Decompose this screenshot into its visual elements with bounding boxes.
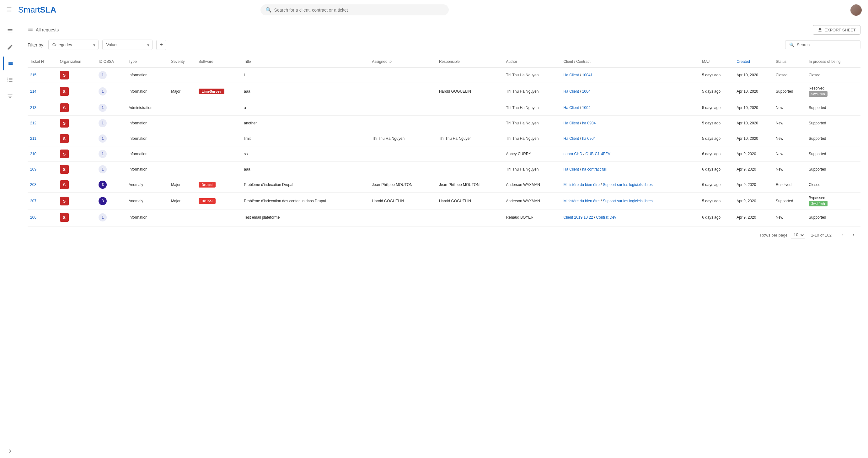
id-ossa-badge: 1	[98, 165, 107, 173]
rows-per-page: Rows per page: 10 25 50	[760, 231, 805, 238]
sidebar-item-edit[interactable]	[3, 40, 17, 54]
cell-severity	[168, 210, 196, 225]
cell-maj: 6 days ago	[700, 177, 734, 193]
col-ticket: Ticket N°	[28, 56, 57, 67]
cell-assigned-to	[369, 210, 436, 225]
contract-link[interactable]: ha 0904	[582, 121, 596, 125]
sidebar-item-expand[interactable]	[3, 444, 17, 458]
client-link[interactable]: Ha Client	[564, 167, 579, 172]
cell-org: S	[57, 67, 96, 83]
cell-software	[196, 146, 242, 162]
client-link[interactable]: Ha Client	[564, 106, 579, 110]
col-org: Organization	[57, 56, 96, 67]
contract-link[interactable]: 1004	[582, 106, 591, 110]
cell-client-contract: Ha Client / ha 0904	[561, 116, 700, 131]
ticket-link[interactable]: 215	[30, 73, 36, 77]
contract-link[interactable]: Support sur les logiciels libres	[603, 182, 653, 187]
ticket-link[interactable]: 207	[30, 199, 36, 203]
contract-link[interactable]: 1004	[582, 89, 591, 94]
cell-assigned-to	[369, 100, 436, 116]
table-row: 212S1InformationanotherThi Thu Ha Nguyen…	[28, 116, 861, 131]
sidebar-item-list[interactable]	[3, 57, 17, 70]
client-link[interactable]: Ministère du bien être	[564, 199, 600, 203]
cell-ticket: 209	[28, 162, 57, 177]
cell-status: Supported	[773, 193, 806, 210]
cell-title: Problème d'indexation des contenus dans …	[241, 193, 369, 210]
client-link[interactable]: Client 2019 10 22	[564, 215, 593, 220]
cell-software	[196, 116, 242, 131]
cell-client-contract: Ministère du bien être / Support sur les…	[561, 177, 700, 193]
export-button[interactable]: EXPORT SHEET	[813, 25, 861, 34]
ticket-link[interactable]: 214	[30, 89, 36, 94]
contract-link[interactable]: ha contract full	[582, 167, 607, 172]
cell-severity	[168, 146, 196, 162]
col-created[interactable]: Created ↑	[734, 56, 773, 67]
client-link[interactable]: Ha Client	[564, 73, 579, 77]
cell-client-contract: Ha Client / 1004	[561, 100, 700, 116]
next-page-button[interactable]: ›	[849, 231, 858, 239]
values-select[interactable]: Values	[102, 39, 153, 50]
ticket-link[interactable]: 212	[30, 121, 36, 125]
cell-maj: 5 days ago	[700, 100, 734, 116]
prev-page-button[interactable]: ‹	[838, 231, 847, 239]
col-title: Title	[241, 56, 369, 67]
contract-link[interactable]: Support sur les logiciels libres	[603, 199, 653, 203]
page-nav: ‹ ›	[838, 231, 858, 239]
cell-id-ossa: 1	[96, 131, 126, 146]
client-link[interactable]: Ha Client	[564, 89, 579, 94]
rows-per-page-select[interactable]: 10 25 50	[791, 231, 805, 238]
menu-icon[interactable]: ☰	[6, 6, 12, 14]
client-link[interactable]: oubra CHD	[564, 152, 583, 156]
ticket-link[interactable]: 211	[30, 136, 36, 141]
contract-link[interactable]: 10041	[582, 73, 592, 77]
contract-link[interactable]: OUB-C1-4FEV	[586, 152, 610, 156]
client-link[interactable]: Ha Client	[564, 121, 579, 125]
cell-org: S	[57, 193, 96, 210]
ticket-link[interactable]: 210	[30, 152, 36, 156]
cell-org: S	[57, 177, 96, 193]
contract-link[interactable]: Contrat Dev	[596, 215, 616, 220]
software-badge: Drupal	[199, 198, 216, 204]
cell-org: S	[57, 100, 96, 116]
cell-assigned-to	[369, 83, 436, 100]
org-badge: S	[60, 180, 69, 189]
id-ossa-badge: 3	[98, 181, 107, 189]
table-search-input[interactable]	[797, 42, 857, 47]
table-search-bar[interactable]: 🔍	[785, 40, 861, 49]
table-row: 211S1InformationlimitThi Thu Ha NguyenTh…	[28, 131, 861, 146]
contract-link[interactable]: ha 0904	[582, 136, 596, 141]
categories-select[interactable]: Categories	[48, 39, 98, 50]
content-header: All requests EXPORT SHEET	[28, 25, 861, 34]
cell-created: Apr 9, 2020	[734, 146, 773, 162]
add-filter-button[interactable]: +	[156, 40, 166, 50]
avatar[interactable]	[850, 4, 862, 16]
page-info: 1-10 of 162	[811, 233, 832, 237]
cell-type: Information	[126, 67, 168, 83]
cell-client-contract: oubra CHD / OUB-C1-4FEV	[561, 146, 700, 162]
ticket-link[interactable]: 206	[30, 215, 36, 220]
cell-org: S	[57, 162, 96, 177]
cell-severity	[168, 100, 196, 116]
cell-assigned-to: Jean-Philippe MOUTON	[369, 177, 436, 193]
cell-process: Closed	[806, 177, 861, 193]
cell-id-ossa: 3	[96, 177, 126, 193]
cell-id-ossa: 1	[96, 162, 126, 177]
client-link[interactable]: Ministère du bien être	[564, 182, 600, 187]
cell-responsible: Harold GOGUELIN	[436, 83, 504, 100]
cell-created: Apr 10, 2020	[734, 131, 773, 146]
cell-type: Administration	[126, 100, 168, 116]
global-search-bar[interactable]: 🔍	[260, 4, 449, 16]
ticket-link[interactable]: 208	[30, 182, 36, 187]
cell-author: Abbey CURRY	[504, 146, 561, 162]
cell-status: Resolved	[773, 177, 806, 193]
sidebar-item-numbered-list[interactable]	[3, 73, 17, 87]
global-search-input[interactable]	[274, 7, 444, 12]
sidebar-item-filter[interactable]	[3, 89, 17, 103]
sidebar-item-menu[interactable]	[3, 24, 17, 38]
ticket-link[interactable]: 213	[30, 106, 36, 110]
client-link[interactable]: Ha Client	[564, 136, 579, 141]
ticket-link[interactable]: 209	[30, 167, 36, 172]
cell-author: Anderson WAXMAN	[504, 193, 561, 210]
table-header-row: Ticket N° Organization ID OSSA Type Seve…	[28, 56, 861, 67]
logo-sla: SLA	[40, 5, 56, 15]
